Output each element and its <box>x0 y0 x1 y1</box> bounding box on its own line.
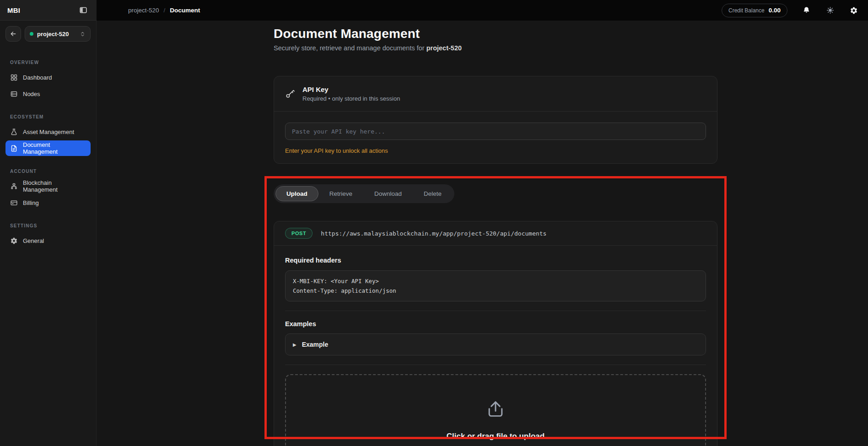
sidebar-item-label: Blockchain Management <box>23 179 86 193</box>
sidebar: project-520 OVERVIEW Dashboard <box>0 21 97 446</box>
section-divider <box>285 365 706 365</box>
credit-balance-badge[interactable]: Credit Balance 0.00 <box>722 4 787 17</box>
page-subtitle-project: project-520 <box>426 44 462 52</box>
example-accordion-label: Example <box>302 341 329 348</box>
credit-card-icon <box>10 199 18 207</box>
api-key-helper-text: Enter your API key to unlock all actions <box>285 147 706 154</box>
back-button[interactable] <box>5 26 21 42</box>
caret-right-icon: ▶ <box>293 342 297 347</box>
dashboard-icon <box>10 74 18 81</box>
nav-section-ecosystem: ECOSYSTEM <box>10 114 86 119</box>
flask-icon <box>10 128 18 136</box>
required-headers-code: X-MBI-KEY: <Your API Key> Content-Type: … <box>285 270 706 301</box>
http-method-badge: POST <box>285 228 313 239</box>
page-title: Document Management <box>274 27 717 41</box>
topbar-brand-area: MBI <box>0 0 97 21</box>
theme-toggle-button[interactable] <box>825 5 835 16</box>
sidebar-item-label: Dashboard <box>23 74 52 81</box>
page-subtitle: Securely store, retrieve and manage docu… <box>274 44 717 52</box>
endpoint-url: https://aws.malaysiablockchain.my/app/pr… <box>321 230 546 237</box>
api-key-subtitle: Required • only stored in this session <box>302 95 400 102</box>
nodes-icon <box>10 90 18 98</box>
sidebar-item-label: Billing <box>23 199 39 206</box>
gear-icon <box>10 237 18 245</box>
sidebar-item-blockchain-management[interactable]: Blockchain Management <box>5 178 91 194</box>
sidebar-toggle-icon <box>79 6 87 14</box>
sidebar-nav: OVERVIEW Dashboard Nodes ECOSYSTEM <box>0 60 96 248</box>
examples-heading: Examples <box>285 320 706 328</box>
tab-delete[interactable]: Delete <box>413 186 453 201</box>
api-key-card: API Key Required • only stored in this s… <box>274 76 717 164</box>
sidebar-item-label: General <box>23 237 44 244</box>
sidebar-controls: project-520 <box>0 21 96 47</box>
tab-upload[interactable]: Upload <box>275 186 318 201</box>
api-key-input[interactable] <box>285 123 706 140</box>
project-status-dot <box>30 32 33 36</box>
bell-icon <box>803 6 810 14</box>
sidebar-item-general[interactable]: General <box>5 233 91 248</box>
nav-section-settings: SETTINGS <box>10 223 86 228</box>
endpoint-row: POST https://aws.malaysiablockchain.my/a… <box>274 221 717 245</box>
code-line: Content-Type: application/json <box>293 286 698 296</box>
network-icon <box>10 183 18 190</box>
upload-panel-card: POST https://aws.malaysiablockchain.my/a… <box>274 221 717 446</box>
sidebar-toggle-button[interactable] <box>77 4 89 16</box>
file-dropzone[interactable]: Click or drag file to upload PDF, DOC, D… <box>285 374 706 446</box>
key-icon <box>285 89 295 99</box>
breadcrumb-project[interactable]: project-520 <box>128 7 159 14</box>
main-content: Document Management Securely store, retr… <box>97 21 868 446</box>
document-icon <box>10 145 18 152</box>
sidebar-item-document-management[interactable]: Document Management <box>5 140 91 156</box>
dropzone-title: Click or drag file to upload <box>447 432 545 441</box>
gear-icon <box>850 6 858 15</box>
breadcrumb-page: Document <box>170 7 200 14</box>
topbar: MBI project-520 / Document Credit Balanc… <box>0 0 868 21</box>
app-logo: MBI <box>7 6 20 14</box>
breadcrumb-separator: / <box>164 7 166 14</box>
nav-section-account: ACCOUNT <box>10 169 86 174</box>
credit-balance-label: Credit Balance <box>728 7 765 14</box>
tab-retrieve[interactable]: Retrieve <box>318 186 363 201</box>
code-line: X-MBI-KEY: <Your API Key> <box>293 276 698 286</box>
actions-tablist: Upload Retrieve Download Delete <box>274 184 454 203</box>
topbar-actions: Credit Balance 0.00 <box>722 0 868 21</box>
api-key-title: API Key <box>302 86 400 93</box>
sidebar-item-asset-management[interactable]: Asset Management <box>5 124 91 140</box>
notifications-button[interactable] <box>801 5 811 16</box>
page-subtitle-text: Securely store, retrieve and manage docu… <box>274 44 426 52</box>
sidebar-item-nodes[interactable]: Nodes <box>5 86 91 102</box>
sidebar-item-dashboard[interactable]: Dashboard <box>5 70 91 85</box>
sidebar-item-label: Document Management <box>23 141 86 155</box>
sidebar-item-label: Asset Management <box>23 129 74 135</box>
breadcrumb: project-520 / Document <box>97 0 200 21</box>
sun-icon <box>826 6 834 14</box>
example-accordion[interactable]: ▶ Example <box>285 333 706 355</box>
section-divider <box>285 311 706 311</box>
sidebar-item-billing[interactable]: Billing <box>5 195 91 210</box>
arrow-left-icon <box>10 30 17 38</box>
required-headers-heading: Required headers <box>285 257 706 264</box>
project-selector[interactable]: project-520 <box>25 26 91 42</box>
sidebar-item-label: Nodes <box>23 91 40 97</box>
chevron-up-down-icon <box>80 31 86 37</box>
project-selector-value: project-520 <box>37 31 76 38</box>
settings-button[interactable] <box>849 5 859 16</box>
credit-balance-value: 0.00 <box>769 7 781 14</box>
tab-download[interactable]: Download <box>363 186 413 201</box>
upload-icon <box>485 399 506 420</box>
nav-section-overview: OVERVIEW <box>10 60 86 65</box>
